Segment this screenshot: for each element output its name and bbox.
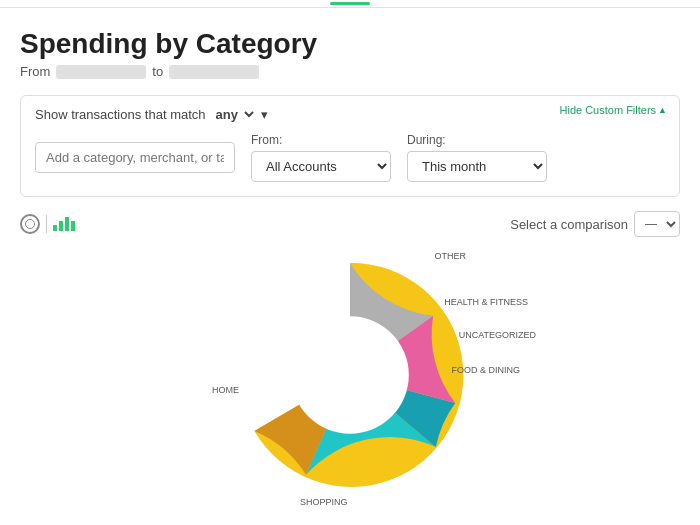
- bar1: [53, 225, 57, 231]
- during-filter-label: During:: [407, 133, 547, 147]
- bar-chart-button[interactable]: [53, 217, 75, 231]
- accounts-filter-group: From: All Accounts Checking Savings: [251, 133, 391, 182]
- chevron-up-icon: ▲: [658, 105, 667, 115]
- match-select[interactable]: any: [210, 106, 257, 123]
- main-content: Spending by Category From to Hide Custom…: [0, 8, 700, 197]
- label-health: HEALTH & FITNESS: [444, 297, 528, 309]
- date-range-row: From to: [20, 64, 680, 79]
- match-label: Show transactions that match: [35, 107, 206, 122]
- label-shopping: SHOPPING: [300, 497, 348, 509]
- label-home: HOME: [212, 385, 239, 397]
- chart-type-buttons: [20, 214, 75, 234]
- hide-custom-filters-btn[interactable]: Hide Custom Filters ▲: [560, 104, 668, 116]
- bar3: [65, 217, 69, 231]
- donut-chart: [210, 235, 490, 515]
- from-filter-label: From:: [251, 133, 391, 147]
- match-dropdown-icon: ▾: [261, 107, 268, 122]
- during-filter-group: During: This month Last month Last 3 mon…: [407, 133, 547, 182]
- filter-box: Hide Custom Filters ▲ Show transactions …: [20, 95, 680, 197]
- chart-area: HOME SHOPPING FOOD & DINING UNCATEGORIZE…: [0, 245, 700, 525]
- accounts-select[interactable]: All Accounts Checking Savings: [251, 151, 391, 182]
- donut-chart-button[interactable]: [20, 214, 40, 234]
- to-label: to: [152, 64, 163, 79]
- label-food: FOOD & DINING: [451, 365, 520, 377]
- label-other: OTHER: [435, 251, 467, 263]
- donut-hole: [291, 316, 409, 434]
- comparison-label: Select a comparison: [510, 217, 628, 232]
- bar4: [71, 221, 75, 231]
- to-date-input: [169, 65, 259, 79]
- top-indicator: [330, 2, 370, 5]
- bar2: [59, 221, 63, 231]
- from-date-input: [56, 65, 146, 79]
- top-bar: [0, 0, 700, 8]
- during-select[interactable]: This month Last month Last 3 months This…: [407, 151, 547, 182]
- hide-filters-label: Hide Custom Filters: [560, 104, 657, 116]
- label-uncategorized: UNCATEGORIZED: [459, 330, 536, 342]
- divider: [46, 215, 47, 233]
- filter-inputs-row: From: All Accounts Checking Savings Duri…: [35, 133, 665, 182]
- from-label: From: [20, 64, 50, 79]
- comparison-select[interactable]: —: [634, 211, 680, 237]
- page-title: Spending by Category: [20, 28, 680, 60]
- category-search-input[interactable]: [35, 142, 235, 173]
- donut-container: HOME SHOPPING FOOD & DINING UNCATEGORIZE…: [210, 235, 490, 515]
- comparison-row: Select a comparison —: [510, 211, 680, 237]
